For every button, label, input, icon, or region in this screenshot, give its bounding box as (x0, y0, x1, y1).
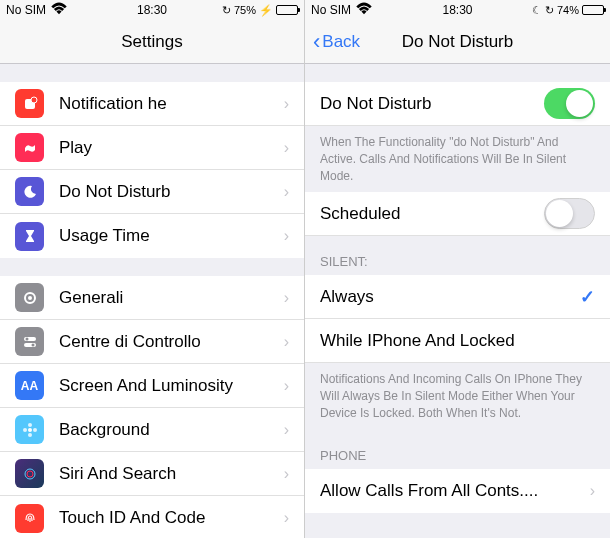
page-title: Settings (121, 32, 182, 52)
cell-label: While IPhone And Locked (320, 331, 595, 351)
cell-label: Notification he (59, 94, 284, 114)
always-cell[interactable]: Always ✓ (305, 275, 610, 319)
cell-label: Centre di Controllo (59, 332, 284, 352)
flower-icon (15, 415, 44, 444)
control-center-cell[interactable]: Centre di Controllo › (0, 320, 304, 364)
settings-screen: No SIM 18:30 ↻ 75% ⚡ Settings (0, 0, 305, 538)
chevron-right-icon: › (284, 333, 289, 351)
cell-label: Scheduled (320, 204, 544, 224)
cell-label: Allow Calls From All Conts.... (320, 481, 590, 501)
battery-percent: 74% (557, 4, 579, 16)
svg-point-9 (28, 423, 32, 427)
wifi-icon (355, 0, 373, 21)
dnd-screen: No SIM 18:30 ☾ ↻ 74% ‹ Back Do Not Distu… (305, 0, 610, 538)
allow-calls-cell[interactable]: Allow Calls From All Conts.... › (305, 469, 610, 513)
background-cell[interactable]: Background › (0, 408, 304, 452)
settings-group-2: Generali › Centre di Controllo › AA Scre… (0, 276, 304, 538)
svg-point-6 (25, 337, 28, 340)
charging-icon: ⚡ (259, 4, 273, 17)
cell-label: Siri And Search (59, 464, 284, 484)
svg-point-12 (33, 428, 37, 432)
play-cell[interactable]: Play › (0, 126, 304, 170)
moon-icon (15, 177, 44, 206)
svg-point-7 (31, 343, 34, 346)
silent-header: SILENT: (305, 236, 610, 275)
siri-cell[interactable]: Siri And Search › (0, 452, 304, 496)
battery-icon (276, 5, 298, 15)
aa-icon: AA (15, 371, 44, 400)
chevron-left-icon: ‹ (313, 29, 320, 55)
checkmark-icon: ✓ (580, 286, 595, 308)
cell-label: Do Not Disturb (320, 94, 544, 114)
dnd-cell[interactable]: Do Not Disturb › (0, 170, 304, 214)
cell-label: Touch ID And Code (59, 508, 284, 528)
svg-point-10 (28, 433, 32, 437)
phone-header: PHONE (305, 430, 610, 469)
chevron-right-icon: › (284, 95, 289, 113)
chevron-right-icon: › (284, 227, 289, 245)
silent-footer: Notifications And Incoming Calls On IPho… (305, 363, 610, 429)
play-icon (15, 133, 44, 162)
back-label: Back (322, 32, 360, 52)
chevron-right-icon: › (284, 289, 289, 307)
switches-icon (15, 327, 44, 356)
rotation-lock-icon: ↻ (222, 4, 231, 17)
gear-icon (15, 283, 44, 312)
battery-percent: 75% (234, 4, 256, 16)
cell-label: Usage Time (59, 226, 284, 246)
carrier-text: No SIM (311, 3, 351, 17)
notification-cell[interactable]: Notification he › (0, 82, 304, 126)
dnd-toggle[interactable] (544, 88, 595, 119)
cell-label: Background (59, 420, 284, 440)
cell-label: Screen And Luminosity (59, 376, 284, 396)
chevron-right-icon: › (284, 421, 289, 439)
scheduled-cell[interactable]: Scheduled (305, 192, 610, 236)
while-locked-cell[interactable]: While IPhone And Locked (305, 319, 610, 363)
status-time: 18:30 (137, 3, 167, 17)
cell-label: Play (59, 138, 284, 158)
settings-group-1: Notification he › Play › Do Not Disturb … (0, 82, 304, 258)
svg-point-8 (28, 428, 32, 432)
scheduled-toggle[interactable] (544, 198, 595, 229)
dnd-footer: When The Functionality "do Not Disturb" … (305, 126, 610, 192)
page-title: Do Not Disturb (402, 32, 513, 52)
cell-label: Do Not Disturb (59, 182, 284, 202)
svg-point-3 (28, 296, 32, 300)
battery-icon (582, 5, 604, 15)
usage-time-cell[interactable]: Usage Time › (0, 214, 304, 258)
chevron-right-icon: › (284, 465, 289, 483)
chevron-right-icon: › (284, 377, 289, 395)
dnd-toggle-cell[interactable]: Do Not Disturb (305, 82, 610, 126)
general-cell[interactable]: Generali › (0, 276, 304, 320)
cell-label: Always (320, 287, 580, 307)
nav-bar: ‹ Back Do Not Disturb (305, 20, 610, 64)
rotation-lock-icon: ↻ (545, 4, 554, 17)
chevron-right-icon: › (284, 139, 289, 157)
svg-point-14 (27, 471, 33, 477)
screen-cell[interactable]: AA Screen And Luminosity › (0, 364, 304, 408)
svg-point-1 (31, 97, 37, 103)
dnd-status-icon: ☾ (532, 4, 542, 17)
siri-icon (15, 459, 44, 488)
svg-point-11 (23, 428, 27, 432)
hourglass-icon (15, 222, 44, 251)
status-time: 18:30 (442, 3, 472, 17)
carrier-text: No SIM (6, 3, 46, 17)
back-button[interactable]: ‹ Back (313, 29, 360, 55)
status-bar: No SIM 18:30 ☾ ↻ 74% (305, 0, 610, 20)
status-bar: No SIM 18:30 ↻ 75% ⚡ (0, 0, 304, 20)
nav-bar: Settings (0, 20, 304, 64)
notification-icon (15, 89, 44, 118)
wifi-icon (50, 0, 68, 21)
cell-label: Generali (59, 288, 284, 308)
fingerprint-icon (15, 504, 44, 533)
chevron-right-icon: › (590, 482, 595, 500)
chevron-right-icon: › (284, 509, 289, 527)
touchid-cell[interactable]: Touch ID And Code › (0, 496, 304, 538)
chevron-right-icon: › (284, 183, 289, 201)
